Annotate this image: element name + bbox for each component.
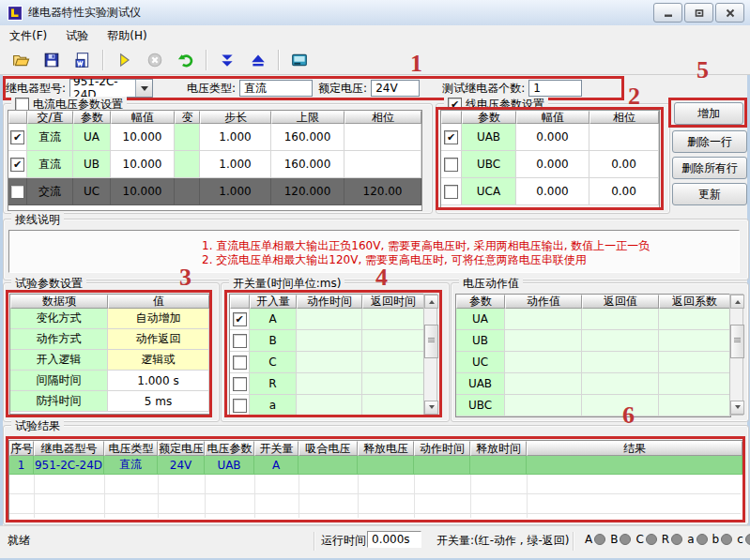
open-file-button[interactable] xyxy=(8,48,34,72)
switch-indicators: A B C R a b c r xyxy=(580,533,750,546)
table-cell[interactable]: UAB xyxy=(462,124,516,151)
relay-model-combo[interactable]: 951-2C-24D xyxy=(69,79,153,98)
result-row-cell[interactable]: 1 xyxy=(9,456,34,475)
close-button[interactable] xyxy=(715,3,744,23)
delete-row-button[interactable]: 删除一行 xyxy=(672,130,747,153)
scroll-down-button[interactable] xyxy=(730,401,744,415)
result-row-cell[interactable] xyxy=(527,456,742,475)
row-checkbox[interactable] xyxy=(233,399,247,413)
voltage-type-field[interactable]: 直流 xyxy=(239,80,313,97)
table-cell[interactable]: 逻辑或 xyxy=(108,350,209,371)
table-cell[interactable]: UA xyxy=(73,124,111,151)
menu-test[interactable]: 试验 xyxy=(56,25,98,47)
row-checkbox[interactable] xyxy=(444,158,458,172)
menu-help[interactable]: 帮助(H) xyxy=(98,25,156,47)
menubar: 文件(F) 试验 帮助(H) xyxy=(0,25,750,47)
result-row-cell[interactable]: 24V xyxy=(158,456,205,475)
table-cell[interactable]: 10.000 xyxy=(111,151,175,178)
run-test-button[interactable] xyxy=(111,48,137,72)
update-button[interactable]: 更新 xyxy=(672,183,747,205)
table-cell[interactable]: 120.000 xyxy=(271,178,344,205)
reset-button[interactable] xyxy=(173,48,199,72)
table-cell[interactable]: 5 ms xyxy=(108,391,209,412)
result-row-cell[interactable] xyxy=(358,456,414,475)
table-cell[interactable]: UCA xyxy=(462,178,516,205)
voltage-action-scrollbar[interactable] xyxy=(729,294,743,416)
result-row-cell[interactable]: A xyxy=(254,456,298,475)
scroll-down-button[interactable] xyxy=(424,401,438,415)
result-row-cell[interactable]: UAB xyxy=(205,456,254,475)
row-checkbox[interactable]: ✔ xyxy=(10,130,24,144)
row-checkbox[interactable] xyxy=(233,377,247,391)
table-cell: a xyxy=(250,395,297,416)
table-cell[interactable]: 10.000 xyxy=(111,124,175,151)
undo-arrow-icon xyxy=(177,52,194,68)
table-cell[interactable]: 160.000 xyxy=(271,151,344,178)
relay-count-field[interactable]: 1 xyxy=(528,80,582,97)
download-params-button[interactable] xyxy=(214,48,240,72)
table-cell[interactable]: 0.000 xyxy=(516,151,589,178)
table-cell[interactable]: 直流 xyxy=(27,124,73,151)
table-cell[interactable] xyxy=(344,151,421,178)
table-cell[interactable]: 1.000 xyxy=(200,151,271,178)
combo-dropdown-button[interactable] xyxy=(135,80,152,97)
table-cell[interactable]: 0.000 xyxy=(516,178,589,205)
row-checkbox[interactable]: ✔ xyxy=(10,158,24,172)
device-panel-button[interactable] xyxy=(286,48,313,72)
table-cell[interactable]: UB xyxy=(73,151,111,178)
add-button[interactable]: 增加 xyxy=(674,102,743,125)
table-cell[interactable] xyxy=(175,178,200,205)
table-cell[interactable]: 动作返回 xyxy=(108,329,209,350)
row-checkbox[interactable] xyxy=(10,185,24,199)
table-cell[interactable]: UC xyxy=(73,178,111,205)
row-checkbox[interactable] xyxy=(444,185,458,199)
indicator-dot xyxy=(696,534,708,545)
row-checkbox-cell xyxy=(230,373,250,395)
table-cell[interactable]: 160.000 xyxy=(271,124,344,151)
table-cell[interactable]: 0.00 xyxy=(589,178,659,205)
scrollbar-thumb[interactable] xyxy=(424,325,438,358)
table-cell[interactable]: 1.000 xyxy=(200,124,271,151)
table-cell[interactable]: 自动增加 xyxy=(108,309,209,329)
table-cell[interactable]: 10.000 xyxy=(111,178,175,205)
table-cell[interactable]: 0.00 xyxy=(589,151,659,178)
table-cell[interactable]: UBC xyxy=(462,151,516,178)
indicator-dot xyxy=(620,534,631,545)
table-cell: R xyxy=(250,373,297,395)
table-cell: UAB xyxy=(456,373,505,395)
row-checkbox-cell xyxy=(230,330,250,352)
result-row-cell[interactable]: 直流 xyxy=(104,456,158,475)
result-row-cell[interactable]: 951-2C-24D xyxy=(34,456,104,475)
scroll-up-button[interactable] xyxy=(424,295,438,309)
row-checkbox[interactable] xyxy=(233,356,247,370)
table-cell[interactable]: 1.000 s xyxy=(108,371,209,391)
table-cell[interactable]: 1.000 xyxy=(200,178,271,205)
stop-test-button[interactable] xyxy=(142,48,168,72)
table-cell[interactable] xyxy=(175,124,200,151)
table-cell[interactable]: 120.00 xyxy=(344,178,421,205)
delete-all-rows-button[interactable]: 删除所有行 xyxy=(672,157,747,179)
switches-scrollbar[interactable] xyxy=(423,294,437,416)
result-row-cell[interactable] xyxy=(414,456,470,475)
save-button[interactable] xyxy=(38,48,65,72)
row-checkbox[interactable]: ✔ xyxy=(444,130,458,144)
result-row-cell[interactable] xyxy=(470,456,527,475)
menu-file[interactable]: 文件(F) xyxy=(0,25,56,47)
table-cell[interactable]: 直流 xyxy=(27,151,73,178)
scroll-up-button[interactable] xyxy=(730,295,744,309)
export-word-button[interactable] xyxy=(69,48,96,72)
table-cell[interactable] xyxy=(175,151,200,178)
table-cell[interactable]: 交流 xyxy=(27,178,73,205)
rated-voltage-field[interactable]: 24V xyxy=(371,80,420,97)
table-cell[interactable] xyxy=(344,124,421,151)
open-folder-icon xyxy=(12,52,30,68)
restore-button[interactable] xyxy=(684,3,713,23)
minimize-button[interactable] xyxy=(653,3,682,23)
table-cell[interactable]: 0.000 xyxy=(516,124,589,151)
result-row-cell[interactable] xyxy=(298,456,358,475)
scrollbar-thumb[interactable] xyxy=(730,325,744,358)
upload-params-button[interactable] xyxy=(245,48,271,72)
table-cell[interactable] xyxy=(589,124,659,151)
row-checkbox[interactable] xyxy=(233,334,247,348)
row-checkbox[interactable]: ✔ xyxy=(233,312,247,326)
